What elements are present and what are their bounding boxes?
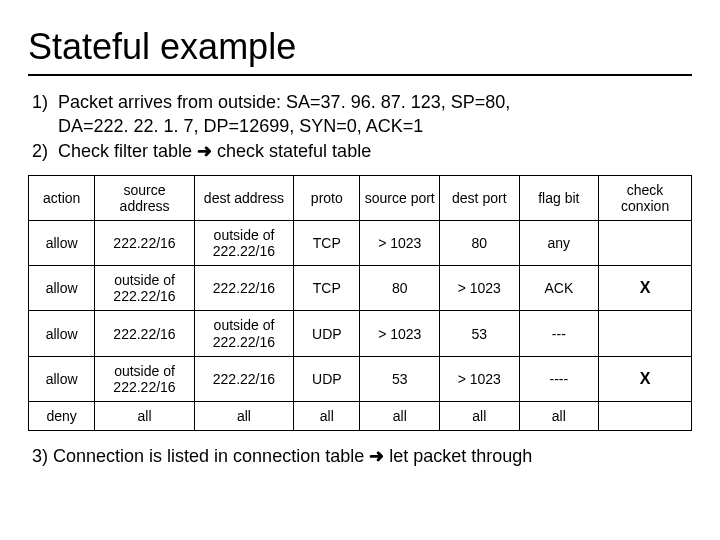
cell-flag: ---- xyxy=(519,356,599,401)
col-source-port: source port xyxy=(360,175,440,220)
cell-dst-port: > 1023 xyxy=(440,266,520,311)
cell-proto: UDP xyxy=(294,356,360,401)
step-3-text-a: 3) Connection is listed in connection ta… xyxy=(32,446,369,466)
step-3-text-b: let packet through xyxy=(384,446,532,466)
arrow-icon: ➜ xyxy=(369,446,384,466)
cell-src-addr: 222.22/16 xyxy=(95,221,194,266)
filter-table: action source address dest address proto… xyxy=(28,175,692,431)
arrow-icon: ➜ xyxy=(197,141,212,161)
cell-action: allow xyxy=(29,356,95,401)
step-2-num: 2) xyxy=(32,139,58,163)
cell-dst-port: 80 xyxy=(440,221,520,266)
cell-check xyxy=(599,401,692,430)
cell-src-port: > 1023 xyxy=(360,221,440,266)
cell-src-port: 53 xyxy=(360,356,440,401)
cell-src-addr: outside of 222.22/16 xyxy=(95,356,194,401)
cell-dst-port: 53 xyxy=(440,311,520,356)
cell-dst-addr: outside of 222.22/16 xyxy=(194,221,293,266)
col-action: action xyxy=(29,175,95,220)
step-list: 1) Packet arrives from outside: SA=37. 9… xyxy=(32,90,688,163)
cell-proto: UDP xyxy=(294,311,360,356)
table-row: allow 222.22/16 outside of 222.22/16 UDP… xyxy=(29,311,692,356)
cell-dst-addr: outside of 222.22/16 xyxy=(194,311,293,356)
cell-check xyxy=(599,311,692,356)
step-1-line2: DA=222. 22. 1. 7, DP=12699, SYN=0, ACK=1 xyxy=(58,116,423,136)
step-1-text: Packet arrives from outside: SA=37. 96. … xyxy=(58,90,510,139)
cell-proto: TCP xyxy=(294,221,360,266)
cell-src-addr: all xyxy=(95,401,194,430)
cell-check: X xyxy=(599,266,692,311)
cell-proto: all xyxy=(294,401,360,430)
title-rule xyxy=(28,74,692,76)
cell-dst-addr: 222.22/16 xyxy=(194,266,293,311)
cell-flag: all xyxy=(519,401,599,430)
step-1-num: 1) xyxy=(32,90,58,139)
table-row: deny all all all all all all xyxy=(29,401,692,430)
step-2-text-b: check stateful table xyxy=(212,141,371,161)
col-proto: proto xyxy=(294,175,360,220)
cell-flag: --- xyxy=(519,311,599,356)
cell-src-port: > 1023 xyxy=(360,311,440,356)
cell-src-port: 80 xyxy=(360,266,440,311)
cell-src-port: all xyxy=(360,401,440,430)
step-1-line1: Packet arrives from outside: SA=37. 96. … xyxy=(58,92,510,112)
cell-check xyxy=(599,221,692,266)
cell-src-addr: outside of 222.22/16 xyxy=(95,266,194,311)
cell-action: allow xyxy=(29,266,95,311)
cell-dst-addr: 222.22/16 xyxy=(194,356,293,401)
table-row: allow 222.22/16 outside of 222.22/16 TCP… xyxy=(29,221,692,266)
step-1: 1) Packet arrives from outside: SA=37. 9… xyxy=(32,90,688,139)
step-2-text: Check filter table ➜ check stateful tabl… xyxy=(58,139,371,163)
col-dest-address: dest address xyxy=(194,175,293,220)
col-flag-bit: flag bit xyxy=(519,175,599,220)
slide: Stateful example 1) Packet arrives from … xyxy=(0,0,720,467)
cell-proto: TCP xyxy=(294,266,360,311)
cell-flag: any xyxy=(519,221,599,266)
cell-dst-port: > 1023 xyxy=(440,356,520,401)
col-dest-port: dest port xyxy=(440,175,520,220)
step-2-text-a: Check filter table xyxy=(58,141,197,161)
cell-action: deny xyxy=(29,401,95,430)
table-header-row: action source address dest address proto… xyxy=(29,175,692,220)
table-row: allow outside of 222.22/16 222.22/16 TCP… xyxy=(29,266,692,311)
step-2: 2) Check filter table ➜ check stateful t… xyxy=(32,139,688,163)
slide-title: Stateful example xyxy=(28,26,692,68)
col-check-conxion: check conxion xyxy=(599,175,692,220)
cell-action: allow xyxy=(29,311,95,356)
cell-dst-addr: all xyxy=(194,401,293,430)
cell-dst-port: all xyxy=(440,401,520,430)
table-row: allow outside of 222.22/16 222.22/16 UDP… xyxy=(29,356,692,401)
cell-flag: ACK xyxy=(519,266,599,311)
cell-action: allow xyxy=(29,221,95,266)
cell-src-addr: 222.22/16 xyxy=(95,311,194,356)
step-3: 3) Connection is listed in connection ta… xyxy=(32,445,688,467)
cell-check: X xyxy=(599,356,692,401)
col-source-address: source address xyxy=(95,175,194,220)
